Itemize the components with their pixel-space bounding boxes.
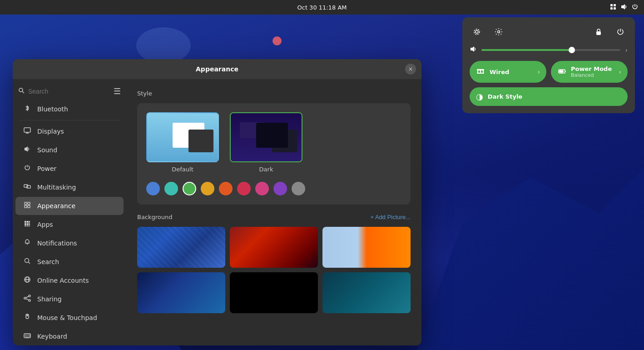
settings-main: Style Default bbox=[126, 79, 421, 345]
color-swatch-gray[interactable] bbox=[292, 182, 305, 195]
close-label: × bbox=[408, 66, 413, 72]
background-section: Background + Add Picture... bbox=[137, 214, 411, 313]
svg-rect-8 bbox=[596, 31, 601, 35]
svg-rect-33 bbox=[27, 223, 29, 225]
datetime-label: Oct 30 11:18 AM bbox=[297, 4, 347, 11]
network-icon[interactable] bbox=[609, 3, 617, 12]
volume-icon[interactable] bbox=[620, 3, 628, 12]
settings-body: ☰ Bluetooth bbox=[13, 79, 421, 345]
svg-line-41 bbox=[28, 262, 30, 264]
add-picture-button[interactable]: + Add Picture... bbox=[370, 214, 411, 220]
settings-window-title: Appearance bbox=[196, 65, 238, 73]
volume-expand-icon[interactable]: › bbox=[625, 46, 628, 54]
sidebar-search: ☰ bbox=[13, 83, 126, 100]
power-mode-button[interactable]: Power Mode Balanced › bbox=[551, 61, 628, 83]
power-icon[interactable] bbox=[631, 3, 639, 12]
svg-rect-35 bbox=[25, 225, 26, 226]
svg-line-18 bbox=[22, 91, 24, 93]
default-theme-label: Default bbox=[172, 166, 193, 173]
quick-panel-right-icons bbox=[591, 25, 628, 39]
keyboard-icon bbox=[23, 332, 32, 341]
default-dark-box bbox=[188, 130, 213, 152]
wired-label: Wired bbox=[490, 69, 533, 75]
settings-sidebar: ☰ Bluetooth bbox=[13, 79, 126, 345]
svg-line-49 bbox=[26, 299, 29, 300]
wallpaper-2[interactable] bbox=[230, 227, 318, 268]
lock-icon[interactable] bbox=[591, 25, 606, 39]
svg-marker-9 bbox=[471, 46, 474, 52]
color-swatch-green[interactable] bbox=[183, 182, 196, 195]
wallpaper-3[interactable] bbox=[322, 227, 411, 268]
sidebar-item-sharing[interactable]: Sharing bbox=[15, 290, 124, 308]
sharing-icon bbox=[23, 295, 32, 304]
color-swatch-blue[interactable] bbox=[146, 182, 160, 195]
color-swatch-yellow[interactable] bbox=[201, 182, 214, 195]
svg-rect-23 bbox=[24, 185, 28, 187]
svg-rect-11 bbox=[477, 70, 478, 73]
settings-icon[interactable] bbox=[491, 25, 506, 39]
sidebar-search-icon bbox=[18, 87, 25, 95]
svg-rect-25 bbox=[25, 202, 27, 205]
quick-buttons-row: Wired › Power Mode Balanced › bbox=[470, 61, 628, 83]
mouse-icon bbox=[23, 313, 32, 322]
sidebar-item-appearance-label: Appearance bbox=[37, 202, 75, 210]
sidebar-item-apps[interactable]: Apps bbox=[15, 215, 124, 234]
volume-slider-fill bbox=[481, 49, 572, 51]
sidebar-item-keyboard[interactable]: Keyboard bbox=[15, 327, 124, 345]
svg-rect-19 bbox=[24, 128, 30, 132]
color-swatch-teal[interactable] bbox=[164, 182, 178, 195]
multitasking-icon bbox=[23, 183, 32, 192]
sidebar-item-online-accounts-label: Online Accounts bbox=[37, 277, 89, 284]
wallpaper-6[interactable] bbox=[322, 272, 411, 313]
power-mode-icon bbox=[557, 66, 566, 77]
sidebar-item-power[interactable]: Power bbox=[15, 160, 124, 178]
color-swatch-purple[interactable] bbox=[273, 182, 287, 195]
background-header: Background + Add Picture... bbox=[137, 214, 411, 220]
sidebar-item-multitasking-label: Multitasking bbox=[37, 184, 76, 191]
wallpaper-4[interactable] bbox=[137, 272, 225, 313]
dark-style-button[interactable]: ◑ Dark Style bbox=[470, 87, 628, 106]
sidebar-item-multitasking[interactable]: Multitasking bbox=[15, 178, 124, 196]
wired-button[interactable]: Wired › bbox=[470, 61, 546, 83]
search-input[interactable] bbox=[28, 88, 108, 95]
svg-point-5 bbox=[476, 30, 478, 33]
volume-slider[interactable] bbox=[481, 49, 620, 51]
sidebar-item-online-accounts[interactable]: Online Accounts bbox=[15, 271, 124, 290]
color-swatch-pink[interactable] bbox=[255, 182, 269, 195]
settings-close-button[interactable]: × bbox=[405, 64, 416, 75]
sidebar-item-search-label: Search bbox=[37, 258, 59, 265]
wallpaper-5[interactable] bbox=[230, 272, 318, 313]
sidebar-item-sound-label: Sound bbox=[37, 146, 57, 154]
svg-rect-34 bbox=[29, 223, 30, 225]
sidebar-item-sharing-label: Sharing bbox=[37, 295, 62, 303]
svg-point-6 bbox=[474, 29, 480, 35]
sidebar-item-appearance[interactable]: Appearance bbox=[15, 197, 124, 215]
theme-options: Default Dark bbox=[146, 112, 401, 173]
sidebar-item-sound[interactable]: Sound bbox=[15, 141, 124, 159]
sound-icon bbox=[23, 145, 32, 155]
display-settings-icon[interactable] bbox=[470, 25, 484, 39]
theme-option-dark[interactable]: Dark bbox=[230, 112, 302, 173]
wired-text: Wired bbox=[490, 69, 533, 75]
sidebar-menu-icon[interactable]: ☰ bbox=[114, 86, 121, 96]
power-mode-text: Power Mode Balanced bbox=[571, 65, 614, 78]
color-swatch-red[interactable] bbox=[237, 182, 251, 195]
power-settings-icon bbox=[23, 164, 32, 173]
sidebar-item-notifications[interactable]: Notifications bbox=[15, 234, 124, 252]
sidebar-item-search[interactable]: Search bbox=[15, 253, 124, 271]
sidebar-item-keyboard-label: Keyboard bbox=[37, 333, 67, 340]
dark-box-2 bbox=[256, 123, 288, 148]
sidebar-item-displays[interactable]: Displays bbox=[15, 122, 124, 140]
sidebar-item-mouse-touchpad[interactable]: Mouse & Touchpad bbox=[15, 309, 124, 327]
displays-icon bbox=[23, 127, 32, 136]
svg-rect-2 bbox=[610, 7, 613, 10]
svg-rect-32 bbox=[25, 223, 26, 225]
color-swatch-orange[interactable] bbox=[219, 182, 233, 195]
quick-panel-left-icons bbox=[470, 25, 506, 39]
theme-option-default[interactable]: Default bbox=[146, 112, 219, 173]
sidebar-item-bluetooth[interactable]: Bluetooth bbox=[15, 100, 124, 118]
power-off-icon[interactable] bbox=[613, 25, 628, 39]
svg-line-39 bbox=[27, 244, 28, 245]
dark-style-label: Dark Style bbox=[488, 93, 522, 100]
wallpaper-1[interactable] bbox=[137, 227, 225, 268]
